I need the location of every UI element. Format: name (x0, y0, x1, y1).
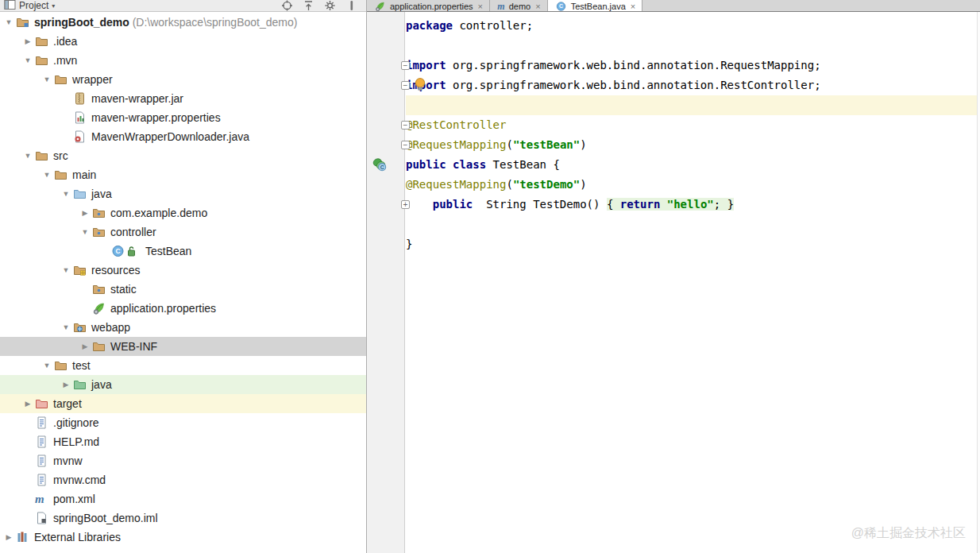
tree-row-src[interactable]: ▼src (0, 146, 366, 165)
code-token: @RequestMapping (406, 138, 506, 151)
chevron-expanded-icon[interactable]: ▼ (40, 171, 54, 179)
close-tab-icon[interactable]: × (535, 2, 540, 11)
folder-icon (35, 54, 49, 67)
tree-row-mvnw[interactable]: mvnw (0, 451, 366, 470)
tree-item-label: WEB-INF (110, 337, 157, 356)
code-line[interactable]: @RequestMapping("testDemo") (406, 175, 980, 195)
chevron-expanded-icon[interactable]: ▼ (21, 152, 35, 160)
chevron-expanded-icon[interactable]: ▼ (40, 362, 54, 369)
text-file-icon (35, 435, 49, 448)
tree-row--gitignore[interactable]: .gitignore (0, 413, 366, 432)
tree-row-help-md[interactable]: HELP.md (0, 432, 366, 451)
text-file-icon (35, 454, 49, 467)
chevron-expanded-icon[interactable]: ▼ (2, 18, 16, 26)
code-line[interactable] (406, 215, 980, 234)
folder-icon (92, 340, 106, 353)
code-editor[interactable]: package controller;import org.springfram… (367, 12, 980, 553)
tree-row-static[interactable]: static (0, 280, 366, 299)
editor-scrollbar-track[interactable] (977, 12, 980, 553)
chevron-collapsed-icon[interactable]: ▶ (21, 400, 35, 408)
tree-item-label: springBoot_demo.iml (53, 509, 158, 528)
tab-label: application.properties (390, 2, 473, 11)
tab-application-properties[interactable]: application.properties× (367, 0, 490, 12)
fold-expand-icon[interactable]: + (401, 200, 410, 209)
tree-row-test[interactable]: ▼test (0, 356, 366, 375)
chevron-collapsed-icon[interactable]: ▶ (78, 342, 92, 350)
tree-row-resources[interactable]: ▼resources (0, 261, 366, 280)
fold-collapse-icon[interactable]: − (401, 81, 410, 90)
tab-demo[interactable]: mdemo× (490, 0, 548, 12)
tree-row-target[interactable]: ▶target (0, 394, 366, 413)
code-line[interactable]: @RequestMapping("testBean") (406, 135, 980, 155)
code-line[interactable]: } (406, 234, 980, 254)
tree-row-java[interactable]: ▼java (0, 184, 366, 203)
code-line[interactable]: import org.springframework.web.bind.anno… (406, 75, 980, 95)
project-panel-title[interactable]: Project (19, 0, 48, 11)
chevron-collapsed-icon[interactable]: ▶ (2, 533, 16, 541)
folder-icon (54, 168, 68, 181)
tree-row-springboot-demo[interactable]: ▼springBoot_demo (D:\workspace\springBoo… (0, 13, 366, 32)
chevron-collapsed-icon[interactable]: ▶ (78, 209, 92, 217)
tree-item-label: java (91, 184, 112, 203)
folder-icon (35, 149, 49, 162)
settings-gear-icon[interactable] (323, 0, 337, 12)
tab-testbean-java[interactable]: CTestBean.java× (548, 0, 643, 12)
tree-row-wrapper[interactable]: ▼wrapper (0, 70, 366, 89)
folder-test-icon (73, 378, 87, 391)
tree-item-label: springBoot_demo (D:\workspace\springBoot… (34, 13, 297, 32)
code-line[interactable]: package controller; (406, 16, 980, 36)
tree-row-maven-wrapper-properties[interactable]: maven-wrapper.properties (0, 108, 366, 127)
intention-bulb-icon[interactable] (413, 77, 427, 95)
code-lines[interactable]: package controller;import org.springfram… (406, 12, 980, 254)
tree-row--idea[interactable]: ▶.idea (0, 32, 366, 51)
tree-row-mvnw-cmd[interactable]: mvnw.cmd (0, 470, 366, 489)
code-line[interactable]: public class TestBean { (406, 155, 980, 175)
editor-gutter (367, 12, 405, 553)
locate-icon[interactable] (280, 0, 294, 12)
tree-row-maven-wrapper-jar[interactable]: maven-wrapper.jar (0, 89, 366, 108)
tree-row--mvn[interactable]: ▼.mvn (0, 51, 366, 70)
tree-row-mavenwrapperdownloader-java[interactable]: MavenWrapperDownloader.java (0, 127, 366, 146)
chevron-expanded-icon[interactable]: ▼ (78, 228, 92, 236)
tree-row-java[interactable]: ▶java (0, 375, 366, 394)
tree-row-com-example-demo[interactable]: ▶com.example.demo (0, 203, 366, 222)
code-line[interactable]: import org.springframework.web.bind.anno… (406, 56, 980, 75)
tree-item-label: application.properties (110, 299, 216, 318)
chevron-down-icon[interactable]: ▾ (52, 2, 55, 10)
close-tab-icon[interactable]: × (478, 2, 483, 11)
tree-row-application-properties[interactable]: application.properties (0, 299, 366, 318)
spring-bean-gutter-icon[interactable]: C (372, 157, 388, 174)
close-tab-icon[interactable]: × (631, 2, 635, 11)
chevron-collapsed-icon[interactable]: ▶ (21, 37, 35, 45)
code-line[interactable]: public String TestDemo() { return "hello… (406, 195, 980, 215)
chevron-expanded-icon[interactable]: ▼ (40, 75, 54, 83)
code-line[interactable] (406, 36, 980, 56)
hide-panel-icon[interactable] (345, 0, 358, 12)
project-panel: Project ▾ ▼springBoot_demo (D:\workspace… (0, 0, 367, 553)
collapse-all-icon[interactable] (302, 0, 315, 12)
tab-label: demo (509, 2, 531, 11)
tree-row-webapp[interactable]: ▼webapp (0, 318, 366, 337)
tree-row-external-libraries[interactable]: ▶External Libraries (0, 528, 366, 547)
tree-item-label: TestBean (145, 242, 191, 261)
tree-row-testbean[interactable]: CTestBean (0, 242, 366, 261)
ide-window: Project ▾ ▼springBoot_demo (D:\workspace… (0, 0, 980, 553)
chevron-expanded-icon[interactable]: ▼ (59, 323, 73, 331)
tree-row-controller[interactable]: ▼controller (0, 222, 366, 242)
chevron-expanded-icon[interactable]: ▼ (59, 266, 73, 274)
chevron-expanded-icon[interactable]: ▼ (59, 190, 73, 198)
current-line[interactable] (406, 95, 980, 115)
tree-row-pom-xml[interactable]: mpom.xml (0, 489, 366, 509)
code-line[interactable]: @RestController (406, 115, 980, 135)
tree-row-main[interactable]: ▼main (0, 165, 366, 184)
code-token (406, 198, 433, 211)
tree-row-springboot-demo-iml[interactable]: springBoot_demo.iml (0, 509, 366, 528)
project-tree[interactable]: ▼springBoot_demo (D:\workspace\springBoo… (0, 12, 366, 553)
tree-row-web-inf[interactable]: ▶WEB-INF (0, 337, 366, 356)
fold-collapse-icon[interactable]: − (401, 61, 410, 70)
chevron-collapsed-icon[interactable]: ▶ (59, 381, 73, 389)
fold-collapse-icon[interactable]: − (401, 141, 410, 149)
chevron-expanded-icon[interactable]: ▼ (21, 56, 35, 64)
code-token: ( (506, 138, 512, 151)
fold-collapse-icon[interactable]: − (401, 121, 410, 130)
